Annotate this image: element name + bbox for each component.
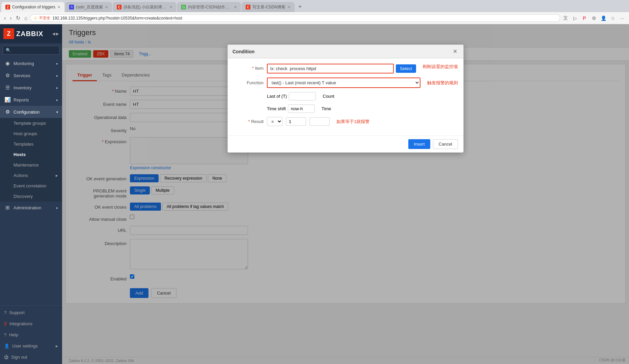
sidebar-item-monitoring[interactable]: ◉ Monitoring ▸	[0, 57, 62, 69]
sidebar-item-reports[interactable]: 📊 Reports ▸	[0, 94, 62, 106]
time-shift-input[interactable]	[288, 104, 315, 113]
tab-2[interactable]: 百 csdn_百度搜索 ✕	[65, 2, 112, 12]
sidebar-item-hosts[interactable]: Hosts	[0, 149, 62, 160]
function-annotation: 触发报警的规则	[427, 80, 458, 86]
tab-close-5[interactable]: ✕	[288, 5, 291, 9]
address-warning: 不安全	[39, 16, 50, 21]
read-aloud-button[interactable]: ▷	[571, 14, 579, 22]
services-icon: ⚙	[4, 72, 11, 79]
favorites-button[interactable]: ☆	[609, 14, 617, 22]
sidebar-item-template-groups[interactable]: Template groups	[0, 118, 62, 128]
sidebar-item-maintenance[interactable]: Maintenance	[0, 160, 62, 170]
integrations-icon: Z	[4, 321, 7, 326]
tab-favicon-4: G	[181, 5, 186, 9]
sidebar-item-discovery[interactable]: Discovery	[0, 191, 62, 202]
tab-close-3[interactable]: ✕	[169, 5, 172, 9]
tab-1[interactable]: Z Configuration of triggers ✕	[1, 2, 64, 12]
modal-cancel-button[interactable]: Cancel	[433, 139, 458, 149]
browser-chrome: Z Configuration of triggers ✕ 百 csdn_百度搜…	[0, 0, 629, 24]
sidebar-item-services-label: Services	[13, 73, 30, 78]
integrations-label: Integrations	[9, 321, 32, 326]
modal-insert-button[interactable]: Insert	[408, 139, 430, 149]
count-group: Count	[323, 94, 334, 99]
home-button[interactable]: ⌂	[23, 14, 29, 22]
modal-params-row: Last of (T) Count	[233, 92, 458, 100]
sidebar-item-inventory[interactable]: ☰ Inventory ▸	[0, 82, 62, 94]
profile-button[interactable]: 👤	[599, 14, 607, 22]
administration-icon: ⊞	[4, 205, 11, 211]
sidebar-item-services[interactable]: ⚙ Services ▸	[0, 69, 62, 82]
maintenance-label: Maintenance	[13, 162, 38, 168]
result-operator-select[interactable]: = ≠ < > ≤ ≥	[267, 117, 282, 126]
sidebar-nav: ◉ Monitoring ▸ ⚙ Services ▸ ☰ Inventory …	[0, 57, 62, 305]
tab-title-1: Configuration of triggers	[12, 5, 55, 9]
tab-title-4: 内容管理-CSDN创作中心	[188, 4, 232, 10]
modal-overlay: Condition ✕ Item Select 刚刚设置的监控项	[62, 24, 629, 364]
function-select[interactable]: last() - Last (most recent) T value	[267, 78, 420, 88]
tab-close-4[interactable]: ✕	[234, 5, 237, 9]
modal-title: Condition	[233, 49, 254, 54]
app-container: Z ZABBIX ◀ ▶ ◉ Monitoring ▸ ⚙ Services ▸…	[0, 24, 629, 364]
sidebar-item-templates[interactable]: Templates	[0, 139, 62, 149]
more-button[interactable]: ···	[618, 14, 626, 22]
tab-close-2[interactable]: ✕	[105, 5, 108, 9]
help-label: Help	[9, 332, 18, 337]
nav-actions: 文 ▷ P ⚙ 👤 ☆ ···	[562, 14, 626, 22]
extensions-button[interactable]: ⚙	[590, 14, 598, 22]
last-of-t-input[interactable]	[289, 92, 316, 100]
tab-close-1[interactable]: ✕	[57, 5, 60, 9]
sidebar-item-event-correlation[interactable]: Event correlation	[0, 181, 62, 191]
tab-4[interactable]: G 内容管理-CSDN创作中心 ✕	[177, 2, 241, 12]
sidebar-collapse-button[interactable]: ◀ ▶	[52, 32, 59, 36]
nav-bar: ‹ › ↻ ⌂ ⚠ 不安全 192.168.132.135/triggers.p…	[0, 12, 629, 24]
new-tab-button[interactable]: +	[295, 2, 305, 11]
tab-5[interactable]: C 写文章-CSDN博客 ✕	[242, 2, 295, 12]
sidebar-item-sign-out[interactable]: ⏻ Sign out	[0, 352, 62, 363]
sidebar-item-administration[interactable]: ⊞ Administration ▸	[0, 202, 62, 214]
administration-arrow: ▸	[56, 206, 58, 210]
modal-header: Condition ✕	[228, 45, 463, 58]
translate-button[interactable]: 文	[562, 14, 570, 22]
item-select-button[interactable]: Select	[396, 64, 416, 73]
item-annotation: 刚刚设置的监控项	[423, 64, 458, 70]
support-icon: ?	[4, 310, 6, 315]
sidebar-item-integrations[interactable]: Z Integrations	[0, 318, 62, 329]
count-label: Count	[323, 94, 334, 99]
sign-out-label: Sign out	[11, 355, 27, 360]
result-value-input[interactable]	[286, 117, 306, 126]
back-button[interactable]: ‹	[3, 14, 7, 22]
item-input[interactable]	[267, 64, 394, 73]
sidebar-item-support[interactable]: ? Support	[0, 307, 62, 318]
modal-body: Item Select 刚刚设置的监控项 Function last() - L…	[228, 58, 463, 135]
pinterest-button[interactable]: P	[580, 14, 589, 22]
tab-title-5: 写文章-CSDN博客	[252, 4, 285, 10]
reload-button[interactable]: ↻	[15, 14, 22, 22]
sidebar-item-actions[interactable]: Actions ▸	[0, 170, 62, 181]
sidebar-item-user-settings[interactable]: 👤 User settings ▸	[0, 340, 62, 352]
configuration-arrow: ▾	[56, 110, 58, 114]
user-settings-icon: 👤	[4, 343, 9, 348]
configuration-submenu: Template groups Host groups Templates Ho…	[0, 118, 62, 202]
services-arrow: ▸	[56, 74, 58, 78]
modal-close-button[interactable]: ✕	[452, 48, 459, 55]
sidebar-item-help[interactable]: ? Help	[0, 329, 62, 340]
modal-item-field: Select	[267, 64, 416, 73]
tab-favicon-1: Z	[5, 5, 10, 9]
sidebar-item-host-groups[interactable]: Host groups	[0, 128, 62, 139]
modal-item-label: Item	[233, 64, 264, 71]
sidebar-item-configuration-label: Configuration	[13, 110, 39, 115]
forward-button[interactable]: ›	[8, 14, 13, 22]
sidebar-search-container	[0, 43, 62, 57]
sidebar-item-configuration[interactable]: ⚙ Configuration ▾	[0, 106, 62, 118]
result-value2-input[interactable]	[309, 117, 330, 126]
address-bar[interactable]: ⚠ 不安全 192.168.132.135/triggers.php?hosti…	[30, 14, 560, 22]
tab-title-2: csdn_百度搜索	[76, 4, 103, 10]
time-shift-label: Time shift	[267, 106, 286, 111]
sidebar-search-input[interactable]	[3, 46, 59, 55]
actions-arrow: ▸	[56, 173, 58, 178]
sidebar: Z ZABBIX ◀ ▶ ◉ Monitoring ▸ ⚙ Services ▸…	[0, 24, 62, 364]
template-groups-label: Template groups	[13, 121, 46, 126]
modal-item-row: Item Select 刚刚设置的监控项	[233, 64, 458, 73]
discovery-label: Discovery	[13, 194, 33, 199]
tab-3[interactable]: C (8条消息) 小白菜的博客_CSDN博... ✕	[113, 2, 176, 12]
